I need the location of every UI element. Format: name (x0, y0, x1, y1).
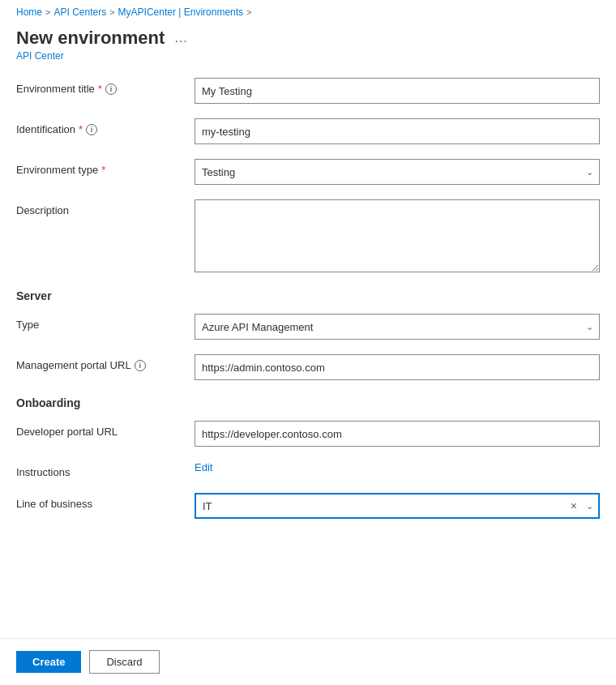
env-title-row: Environment title * i (16, 78, 600, 104)
env-title-control (195, 78, 600, 104)
env-type-control: Testing ⌄ (195, 159, 600, 185)
instructions-edit-link[interactable]: Edit (195, 461, 212, 473)
mgmt-url-label: Management portal URL (16, 359, 131, 371)
server-type-label-col: Type (16, 314, 195, 331)
breadcrumb-myapicenter[interactable]: MyAPICenter | Environments (118, 6, 244, 18)
dev-portal-url-label: Developer portal URL (16, 426, 118, 438)
identification-input[interactable] (195, 118, 600, 144)
breadcrumb-sep-1: > (45, 7, 50, 17)
mgmt-url-info-icon[interactable]: i (135, 360, 146, 371)
mgmt-url-control (195, 354, 600, 380)
mgmt-url-input[interactable] (195, 354, 600, 380)
instructions-label: Instructions (16, 466, 70, 478)
page-subtitle: API Center (16, 50, 600, 62)
create-button[interactable]: Create (16, 651, 81, 673)
identification-info-icon[interactable]: i (86, 124, 97, 135)
lob-row: Line of business IT × ⌄ (16, 493, 600, 519)
lob-value: IT (203, 500, 212, 512)
identification-required: * (79, 123, 83, 135)
dev-portal-url-control (195, 421, 600, 447)
lob-control: IT × ⌄ (195, 493, 600, 519)
env-type-select[interactable]: Testing ⌄ (195, 159, 600, 185)
dev-portal-url-row: Developer portal URL (16, 421, 600, 447)
dev-portal-url-input[interactable] (195, 421, 600, 447)
instructions-label-col: Instructions (16, 461, 195, 478)
page-header: New environment ... (16, 28, 600, 49)
env-title-required: * (98, 83, 102, 95)
discard-button[interactable]: Discard (89, 650, 159, 674)
page-title: New environment (16, 28, 165, 49)
breadcrumb: Home > API Centers > MyAPICenter | Envir… (0, 0, 616, 24)
server-type-label: Type (16, 319, 39, 331)
server-type-value: Azure API Management (202, 321, 313, 333)
onboarding-section-heading: Onboarding (16, 396, 600, 409)
lob-clear-button[interactable]: × (569, 498, 579, 514)
env-type-label-col: Environment type * (16, 159, 195, 176)
env-type-value: Testing (202, 166, 235, 178)
breadcrumb-home[interactable]: Home (16, 6, 42, 18)
description-label: Description (16, 204, 69, 216)
env-type-label: Environment type (16, 164, 98, 176)
server-type-chevron-icon: ⌄ (586, 322, 593, 332)
dev-portal-url-label-col: Developer portal URL (16, 421, 195, 438)
env-title-label: Environment title (16, 83, 95, 95)
server-section-heading: Server (16, 289, 600, 302)
lob-select-wrapper: IT × ⌄ (195, 493, 600, 519)
env-title-input[interactable] (195, 78, 600, 104)
env-type-chevron-icon: ⌄ (586, 167, 593, 178)
mgmt-url-row: Management portal URL i (16, 354, 600, 380)
env-type-select-wrapper[interactable]: Testing ⌄ (195, 159, 600, 185)
description-label-col: Description (16, 199, 195, 216)
instructions-control: Edit (195, 461, 600, 473)
lob-select[interactable]: IT (195, 493, 600, 519)
description-row: Description (16, 199, 600, 275)
description-textarea[interactable] (195, 199, 600, 272)
identification-row: Identification * i (16, 118, 600, 144)
form-container: Environment title * i Identification * i (16, 78, 600, 519)
server-type-row: Type Azure API Management ⌄ (16, 314, 600, 340)
server-type-select[interactable]: Azure API Management ⌄ (195, 314, 600, 340)
env-title-info-icon[interactable]: i (105, 83, 117, 95)
breadcrumb-api-centers[interactable]: API Centers (53, 6, 106, 18)
lob-label-col: Line of business (16, 493, 195, 510)
env-type-required: * (101, 164, 105, 176)
footer: Create Discard (0, 638, 616, 685)
server-type-control: Azure API Management ⌄ (195, 314, 600, 340)
mgmt-url-label-col: Management portal URL i (16, 354, 195, 371)
breadcrumb-sep-3: > (246, 7, 251, 17)
instructions-row: Instructions Edit (16, 461, 600, 478)
env-title-label-col: Environment title * i (16, 78, 195, 95)
breadcrumb-sep-2: > (109, 7, 114, 17)
server-type-select-wrapper[interactable]: Azure API Management ⌄ (195, 314, 600, 340)
identification-label-col: Identification * i (16, 118, 195, 135)
env-type-row: Environment type * Testing ⌄ (16, 159, 600, 185)
identification-label: Identification (16, 123, 75, 135)
lob-label: Line of business (16, 498, 92, 510)
identification-control (195, 118, 600, 144)
description-control (195, 199, 600, 275)
ellipsis-button[interactable]: ... (171, 29, 190, 47)
